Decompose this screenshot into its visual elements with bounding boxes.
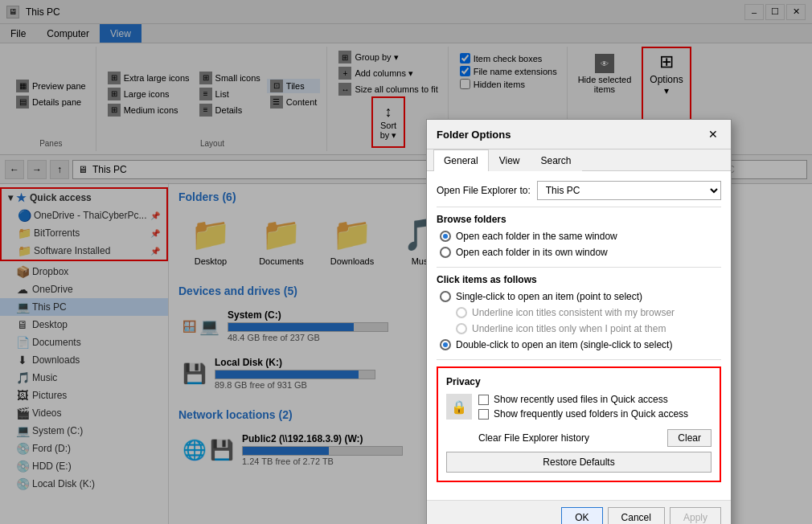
recent-files-label: Show recently used files in Quick access [494,394,668,405]
dialog-titlebar: Folder Options ✕ [427,120,731,149]
radio-single-click-input[interactable] [440,291,451,302]
dialog-title: Folder Options [437,129,705,141]
frequent-folders-checkbox[interactable]: Show frequently used folders in Quick ac… [478,408,712,420]
radio-double-click-label: Double-click to open an item (single-cli… [456,339,672,350]
radio-underline-browser-label: Underline icon titles consistent with my… [472,307,675,318]
recent-files-checkbox-box[interactable] [478,395,489,405]
radio-underline-browser-input[interactable] [456,307,467,318]
radio-double-click[interactable]: Double-click to open an item (single-cli… [437,338,721,351]
radio-underline-hover[interactable]: Underline icon titles only when I point … [453,322,721,335]
divider3 [437,359,721,360]
browse-folders-label: Browse folders [437,214,721,225]
privacy-title: Privacy [446,376,712,387]
radio-underline-hover-input[interactable] [456,323,467,334]
radio-same-window-input[interactable] [440,231,451,242]
radio-single-click[interactable]: Single-click to open an item (point to s… [437,290,721,303]
recent-files-checkbox[interactable]: Show recently used files in Quick access [478,394,712,405]
dialog-tab-view[interactable]: View [489,149,531,171]
radio-same-window[interactable]: Open each folder in the same window [437,230,721,243]
dialog-overlay: Folder Options ✕ General View Search Ope… [0,0,812,524]
apply-button[interactable]: Apply [670,507,721,524]
clear-button[interactable]: Clear [667,429,712,447]
dialog-body: Open File Explorer to: This PC Quick acc… [427,171,731,500]
privacy-icon: 🔒 [446,394,472,420]
cancel-button[interactable]: Cancel [608,507,665,524]
radio-same-window-label: Open each folder in the same window [456,231,617,242]
restore-defaults-button[interactable]: Restore Defaults [446,452,712,473]
folder-options-dialog: Folder Options ✕ General View Search Ope… [426,119,732,524]
browse-folders-radio-group: Open each folder in the same window Open… [437,230,721,259]
open-file-explorer-select[interactable]: This PC Quick access [537,181,721,200]
click-items-label: Click items as follows [437,274,721,285]
privacy-content: 🔒 Show recently used files in Quick acce… [446,394,712,447]
radio-underline-browser[interactable]: Underline icon titles consistent with my… [453,306,721,319]
frequent-folders-label: Show frequently used folders in Quick ac… [494,408,688,420]
dialog-footer: OK Cancel Apply [427,500,731,524]
radio-own-window[interactable]: Open each folder in its own window [437,246,721,259]
open-file-explorer-row: Open File Explorer to: This PC Quick acc… [437,181,721,200]
privacy-checkboxes: Show recently used files in Quick access… [478,394,712,447]
dialog-tab-search[interactable]: Search [531,149,582,171]
radio-own-window-input[interactable] [440,247,451,258]
dialog-close-button[interactable]: ✕ [705,126,721,142]
divider1 [437,207,721,207]
radio-own-window-label: Open each folder in its own window [456,247,608,258]
radio-single-click-label: Single-click to open an item (point to s… [456,291,642,302]
dialog-tabs: General View Search [427,149,731,171]
radio-underline-hover-label: Underline icon titles only when I point … [472,323,666,334]
open-file-explorer-label: Open File Explorer to: [437,185,531,196]
clear-history-label: Clear File Explorer history [478,432,589,444]
radio-double-click-input[interactable] [440,339,451,350]
divider2 [437,267,721,268]
click-items-radio-group: Single-click to open an item (point to s… [437,290,721,351]
ok-button[interactable]: OK [561,507,602,524]
clear-history-row: Clear File Explorer history Clear [478,429,712,447]
frequent-folders-checkbox-box[interactable] [478,409,489,420]
dialog-tab-general[interactable]: General [433,149,489,171]
privacy-section: Privacy 🔒 Show recently used files in Qu… [437,366,721,482]
